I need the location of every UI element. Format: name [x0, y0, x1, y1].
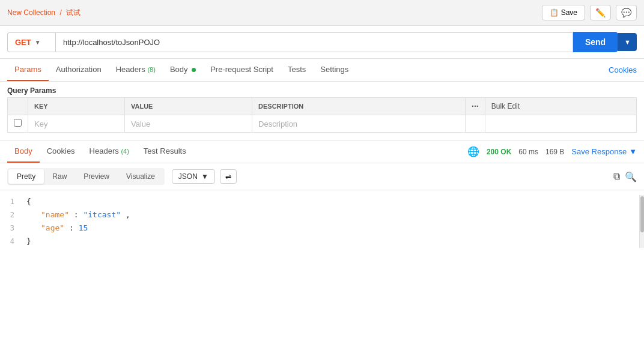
- table-row: Key Value Description: [8, 115, 637, 133]
- tab-headers[interactable]: Headers (8): [109, 59, 163, 81]
- send-dropdown-button[interactable]: ▼: [618, 33, 637, 51]
- globe-icon: 🌐: [467, 146, 479, 157]
- method-select[interactable]: GET ▼: [7, 32, 55, 52]
- request-tabs: Params Authorization Headers (8) Body Pr…: [0, 59, 644, 82]
- row-extra: [485, 115, 636, 133]
- line-numbers: 1 2 3 4: [0, 195, 22, 248]
- format-bar: Pretty Raw Preview Visualize JSON ▼ ⇌ ⧉ …: [0, 163, 644, 190]
- tab-tests[interactable]: Tests: [281, 59, 313, 81]
- brace-open: {: [26, 197, 31, 206]
- format-type-select[interactable]: JSON ▼: [172, 169, 215, 184]
- breadcrumb: New Collection / 试试: [7, 8, 80, 18]
- code-area: 1 2 3 4 { "name" : "itcast" , "age" :: [0, 190, 644, 253]
- checkbox-col-header: [8, 98, 28, 115]
- fmt-tab-preview[interactable]: Preview: [75, 169, 118, 184]
- fmt-tab-visualize[interactable]: Visualize: [118, 169, 163, 184]
- resp-tab-body[interactable]: Body: [7, 140, 40, 163]
- url-bar: GET ▼ Send ▼: [0, 26, 644, 59]
- tab-params[interactable]: Params: [7, 59, 49, 81]
- key-name: "name": [41, 210, 69, 219]
- brace-close: }: [26, 237, 31, 246]
- key-col-header: KEY: [28, 98, 125, 115]
- bulk-edit-button[interactable]: Bulk Edit: [491, 102, 520, 110]
- response-size: 169 B: [545, 148, 564, 156]
- value-col-header: VALUE: [124, 98, 252, 115]
- tab-body[interactable]: Body: [163, 59, 203, 81]
- tab-authorization[interactable]: Authorization: [49, 59, 109, 81]
- desc-cell[interactable]: Description: [252, 115, 466, 133]
- breadcrumb-collection: New Collection: [7, 8, 55, 17]
- row-actions: [466, 115, 485, 133]
- code-line-1: {: [26, 195, 634, 208]
- line-num-1: 1: [7, 195, 14, 208]
- send-button[interactable]: Send: [573, 32, 618, 52]
- key-cell[interactable]: Key: [28, 115, 125, 133]
- breadcrumb-separator: /: [59, 8, 61, 17]
- wrap-lines-button[interactable]: ⇌: [220, 169, 237, 184]
- params-table: KEY VALUE DESCRIPTION ··· Bulk Edit Key …: [7, 97, 637, 133]
- resp-tab-cookies[interactable]: Cookies: [40, 140, 82, 163]
- val-age: 15: [79, 223, 88, 232]
- resp-tab-test-results[interactable]: Test Results: [136, 140, 193, 163]
- edit-button[interactable]: ✏️: [590, 5, 611, 20]
- key-age: "age": [41, 223, 64, 232]
- wrap-icon: ⇌: [225, 172, 231, 181]
- code-content: { "name" : "itcast" , "age" : 15 }: [22, 195, 639, 248]
- value-cell[interactable]: Value: [124, 115, 252, 133]
- response-tabs: Body Cookies Headers (4) Test Results 🌐 …: [0, 140, 644, 163]
- fmt-tab-pretty[interactable]: Pretty: [8, 169, 44, 184]
- top-actions: 📋 Save ✏️ 💬: [542, 5, 637, 20]
- resp-headers-badge: (4): [121, 148, 129, 155]
- format-type-chevron-icon: ▼: [201, 172, 208, 181]
- method-label: GET: [15, 38, 31, 47]
- copy-icon: ⧉: [613, 171, 620, 181]
- comment-icon: 💬: [621, 8, 631, 17]
- response-section: Body Cookies Headers (4) Test Results 🌐 …: [0, 140, 644, 253]
- format-type-label: JSON: [178, 172, 198, 181]
- format-actions: ⧉ 🔍: [613, 171, 637, 183]
- search-button[interactable]: 🔍: [625, 171, 637, 183]
- save-response-chevron-icon: ▼: [629, 147, 637, 156]
- tab-pre-request[interactable]: Pre-request Script: [203, 59, 281, 81]
- line-num-2: 2: [7, 208, 14, 222]
- headers-badge: (8): [147, 66, 155, 73]
- save-response-button[interactable]: Save Response ▼: [571, 147, 637, 156]
- scrollbar-thumb[interactable]: [640, 196, 644, 232]
- breadcrumb-item: 试试: [66, 8, 80, 17]
- code-line-2: "name" : "itcast" ,: [26, 208, 634, 222]
- format-tabs: Pretty Raw Preview Visualize: [7, 168, 165, 185]
- edit-icon: ✏️: [595, 8, 606, 17]
- comment-button[interactable]: 💬: [616, 5, 637, 20]
- bulk-edit-col-header: Bulk Edit: [485, 98, 636, 115]
- query-params-title: Query Params: [7, 86, 637, 95]
- fmt-tab-raw[interactable]: Raw: [44, 169, 75, 184]
- send-chevron-icon: ▼: [624, 38, 631, 46]
- copy-button[interactable]: ⧉: [613, 171, 620, 183]
- top-bar: New Collection / 试试 📋 Save ✏️ 💬: [0, 0, 644, 26]
- cookies-link[interactable]: Cookies: [609, 59, 637, 80]
- search-icon: 🔍: [625, 172, 637, 182]
- desc-col-header: DESCRIPTION: [252, 98, 466, 115]
- save-button[interactable]: 📋 Save: [542, 5, 585, 20]
- response-meta: 🌐 200 OK 60 ms 169 B Save Response ▼: [467, 146, 637, 157]
- line-num-4: 4: [7, 235, 14, 248]
- code-line-4: }: [26, 235, 634, 248]
- actions-col-header: ···: [466, 98, 485, 115]
- resp-tab-headers[interactable]: Headers (4): [82, 140, 136, 163]
- row-checkbox-input[interactable]: [14, 119, 22, 127]
- row-checkbox[interactable]: [8, 115, 28, 133]
- body-dot: [192, 68, 196, 72]
- more-options-icon[interactable]: ···: [472, 101, 479, 111]
- save-icon: 📋: [550, 8, 559, 17]
- scrollbar-track[interactable]: [639, 195, 644, 248]
- code-line-3: "age" : 15: [26, 222, 634, 235]
- status-badge: 200 OK: [487, 148, 511, 156]
- method-chevron-icon: ▼: [35, 39, 41, 46]
- val-name: "itcast": [83, 210, 121, 219]
- query-params-section: Query Params KEY VALUE DESCRIPTION ··· B…: [0, 82, 644, 133]
- tab-settings[interactable]: Settings: [313, 59, 356, 81]
- url-input[interactable]: [55, 32, 573, 52]
- line-num-3: 3: [7, 222, 14, 235]
- response-time: 60 ms: [518, 148, 538, 156]
